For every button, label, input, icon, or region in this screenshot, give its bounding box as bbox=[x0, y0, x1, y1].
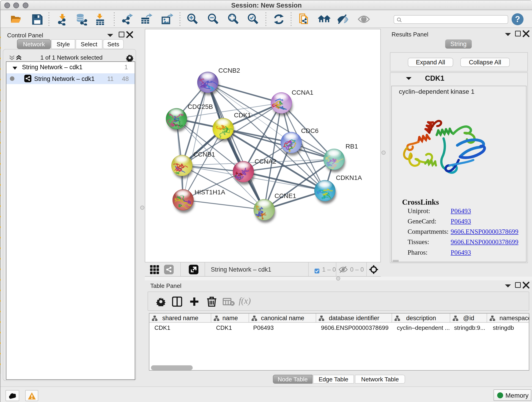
svg-text:?: ? bbox=[515, 14, 520, 24]
